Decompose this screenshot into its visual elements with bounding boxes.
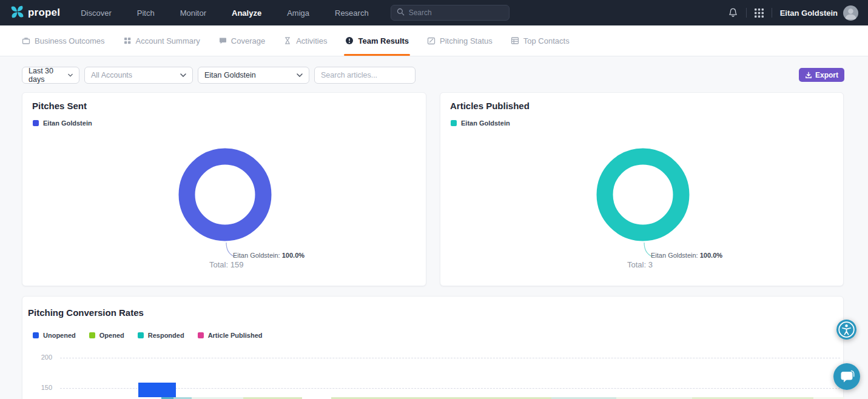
legend-item-unopened[interactable]: Unopened: [33, 332, 76, 339]
legend-label: Eitan Goldstein: [43, 119, 92, 127]
tab-label: Business Outcomes: [35, 36, 105, 45]
card-title: Pitching Conversion Rates: [28, 307, 144, 318]
tab-label: Activities: [296, 36, 327, 45]
articles-published-card: Articles Published Eitan Goldstein Eitan…: [440, 92, 844, 286]
app-grid-icon[interactable]: [755, 8, 764, 18]
brand-name: propel: [28, 7, 60, 19]
conversion-legend: Unopened Opened Responded Article Publis…: [33, 332, 263, 339]
legend-swatch: [198, 332, 204, 338]
export-label: Export: [815, 71, 838, 79]
card-title: Pitches Sent: [32, 101, 87, 111]
user-avatar: [843, 5, 858, 21]
navbar-divider: [772, 8, 772, 18]
legend-item-opened[interactable]: Opened: [89, 332, 124, 339]
legend-item-eitan[interactable]: Eitan Goldstein: [451, 119, 510, 127]
y-axis-tick-150: 150: [28, 384, 52, 391]
search-icon: [397, 7, 405, 18]
pitches-sent-card: Pitches Sent Eitan Goldstein Eitan Golds…: [22, 92, 426, 286]
articles-donut-chart[interactable]: [594, 146, 691, 246]
nav-item-discover[interactable]: Discover: [81, 8, 112, 18]
nav-item-pitch[interactable]: Pitch: [137, 8, 155, 18]
briefcase-icon: [22, 36, 30, 45]
tab-top-contacts[interactable]: Top Contacts: [511, 25, 570, 56]
tab-team-results[interactable]: Team Results: [345, 25, 409, 56]
legend-swatch: [138, 332, 144, 338]
articles-search-input[interactable]: [321, 71, 409, 79]
app-screen: propel Discover Pitch Monitor Analyze Am…: [0, 0, 868, 399]
legend-item-article-published[interactable]: Article Published: [198, 332, 263, 339]
legend-swatch: [33, 120, 39, 126]
legend-label: Responded: [148, 332, 184, 339]
conversion-rates-card: Pitching Conversion Rates Unopened Opene…: [22, 296, 844, 399]
date-range-select[interactable]: Last 30 days: [22, 67, 79, 84]
tab-label: Top Contacts: [523, 36, 570, 45]
chevron-down-icon: [68, 73, 73, 77]
pitches-donut-chart[interactable]: [177, 146, 274, 246]
tab-label: Account Summary: [136, 36, 200, 45]
notifications-bell-icon[interactable]: [728, 7, 738, 18]
speech-bubble-icon: [218, 36, 227, 45]
export-button[interactable]: Export: [799, 68, 844, 82]
legend-label: Opened: [99, 332, 124, 339]
global-search[interactable]: [391, 5, 510, 21]
legend-item-eitan[interactable]: Eitan Goldstein: [33, 119, 92, 127]
user-menu[interactable]: Eitan Goldstein: [780, 5, 858, 21]
legend-label: Eitan Goldstein: [461, 119, 510, 127]
tab-label: Pitching Status: [440, 36, 493, 45]
edit-square-icon: [427, 36, 436, 45]
propel-logo[interactable]: propel: [10, 4, 60, 22]
navbar-right: Eitan Goldstein: [728, 5, 858, 21]
navbar-divider: [746, 8, 747, 18]
hourglass-icon: [283, 36, 292, 45]
chevron-down-icon: [180, 73, 186, 77]
slice-label: Eitan Goldstein: 100.0%: [233, 252, 304, 259]
filter-row: Last 30 days All Accounts Eitan Goldstei…: [22, 67, 415, 84]
tab-pitching-status[interactable]: Pitching Status: [427, 25, 493, 56]
accounts-select[interactable]: All Accounts: [84, 67, 193, 84]
chevron-down-icon: [297, 73, 303, 77]
date-range-value: Last 30 days: [29, 67, 63, 84]
primary-nav: Discover Pitch Monitor Analyze Amiga Res…: [81, 8, 368, 18]
tab-coverage[interactable]: Coverage: [218, 25, 265, 56]
download-icon: [805, 72, 812, 79]
nav-item-analyze[interactable]: Analyze: [232, 8, 261, 18]
analyze-tabbar: Business Outcomes Account Summary Covera…: [0, 25, 868, 56]
slice-label: Eitan Goldstein: 100.0%: [651, 252, 722, 259]
total-label: Total: 3: [627, 260, 653, 269]
tab-account-summary[interactable]: Account Summary: [123, 25, 200, 56]
top-navbar: propel Discover Pitch Monitor Analyze Am…: [0, 0, 868, 25]
tab-label: Coverage: [231, 36, 265, 45]
summary-grid-icon: [123, 36, 132, 45]
table-list-icon: [511, 36, 519, 45]
user-name: Eitan Goldstein: [780, 8, 838, 18]
y-axis-tick-200: 200: [28, 354, 52, 361]
global-search-input[interactable]: [409, 8, 503, 17]
accounts-placeholder: All Accounts: [91, 71, 132, 79]
card-title: Articles Published: [450, 101, 530, 111]
team-results-badge-icon: [345, 36, 354, 45]
chat-widget-button[interactable]: [833, 363, 860, 390]
nav-item-monitor[interactable]: Monitor: [180, 8, 206, 18]
legend-swatch: [451, 120, 457, 126]
pinwheel-logo-icon: [10, 4, 25, 22]
tab-activities[interactable]: Activities: [283, 25, 327, 56]
team-member-value: Eitan Goldstein: [204, 71, 256, 79]
bar-unopened[interactable]: [138, 383, 176, 397]
accessibility-icon: [836, 320, 856, 340]
total-label: Total: 159: [209, 260, 243, 269]
active-tab-indicator: [344, 54, 410, 56]
team-member-select[interactable]: Eitan Goldstein: [198, 67, 309, 84]
legend-swatch: [89, 332, 95, 338]
nav-item-research[interactable]: Research: [335, 8, 369, 18]
tab-label: Team Results: [358, 36, 409, 45]
legend-item-responded[interactable]: Responded: [138, 332, 184, 339]
articles-search[interactable]: [314, 67, 415, 84]
gridline-200: [60, 358, 840, 358]
tab-business-outcomes[interactable]: Business Outcomes: [22, 25, 105, 56]
gridline-150: [60, 388, 840, 389]
accessibility-button[interactable]: [836, 320, 856, 340]
nav-item-amiga[interactable]: Amiga: [287, 8, 309, 18]
chat-bubble-icon: [833, 363, 860, 390]
legend-label: Unopened: [43, 332, 76, 339]
legend-swatch: [33, 332, 39, 338]
